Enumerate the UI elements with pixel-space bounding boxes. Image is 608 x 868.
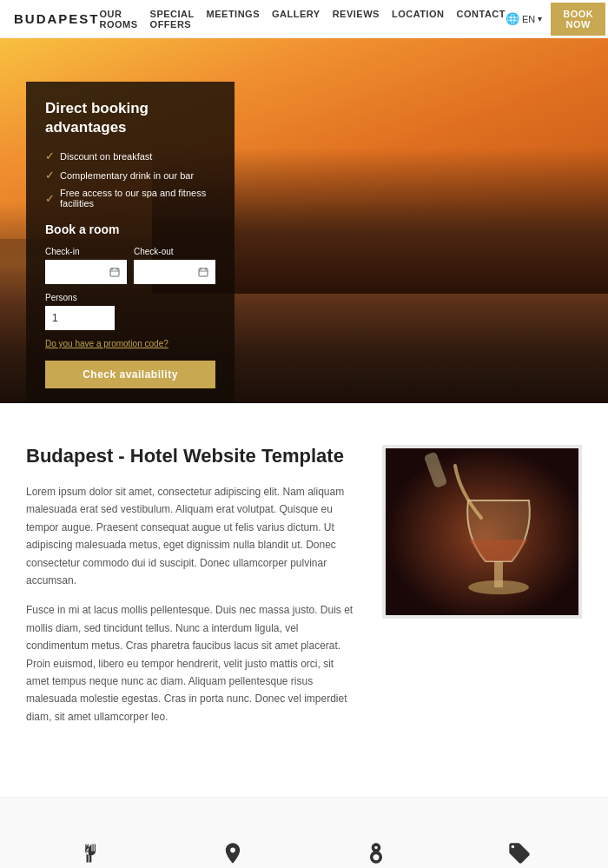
promo-code-link[interactable]: Do you have a promotion code? [45,339,215,348]
spacer [0,779,608,797]
advantage-item: ✓ Free access to our spa and fitness fac… [45,188,215,209]
advantages-list: ✓ Discount on breakfast ✓ Complementary … [45,149,215,209]
nav-reviews[interactable]: REVIEWS [333,9,380,30]
wine-image [386,448,582,619]
info-title: Budapest - Hotel Website Template [26,445,356,467]
nav-special-offers[interactable]: SPECIAL OFFERS [150,9,195,30]
check-availability-button[interactable]: Check availability [45,361,215,388]
info-section: Budapest - Hotel Website Template Lorem … [0,403,608,779]
checkin-input[interactable] [45,260,127,284]
persons-label: Persons [45,293,215,302]
advantage-item: ✓ Complementary drink in our bar [45,169,215,182]
book-now-button[interactable]: BOOK NOW [551,3,605,36]
lang-label: EN [522,14,535,24]
site-logo: BUDAPEST [14,11,100,26]
check-icon: ✓ [45,169,55,182]
feature-wellness: Wellness and fitness facilities [315,841,437,868]
booking-panel: Direct booking advantages ✓ Discount on … [26,82,235,403]
globe-icon [506,12,519,25]
feature-lowest-price: Lowest price guarantee [459,841,580,868]
nav-meetings[interactable]: MEETINGS [207,9,260,30]
check-icon: ✓ [45,149,55,162]
hero-section: Direct booking advantages ✓ Discount on … [0,38,608,403]
location-pin-icon [221,841,245,868]
features-section: Fine dining Close to the city centre Wel… [0,797,608,868]
nav-contact[interactable]: CONTACT [457,9,506,30]
navbar: BUDAPEST OUR ROOMS SPECIAL OFFERS MEETIN… [0,0,608,38]
info-image [382,445,582,619]
nav-location[interactable]: LOCATION [392,9,445,30]
navbar-right: EN BOOK NOW [506,3,605,36]
svg-rect-10 [494,561,503,587]
info-para-2: Fusce in mi at lacus mollis pellentesque… [26,601,356,726]
svg-rect-12 [85,845,86,851]
nav-our-rooms[interactable]: OUR ROOMS [100,9,138,30]
nav-gallery[interactable]: GALLERY [272,9,321,30]
checkout-field: Check-out [134,247,215,284]
language-selector[interactable]: EN [506,12,542,25]
calendar-icon [198,267,208,277]
info-para-1: Lorem ipsum dolor sit amet, consectetur … [26,483,356,589]
book-room-title: Book a room [45,222,215,236]
checkout-input[interactable] [134,260,215,284]
checkout-label: Check-out [134,247,215,256]
feature-fine-dining: Fine dining [29,841,150,868]
feature-city-centre: Close to the city centre [172,841,294,868]
persons-input[interactable] [45,306,115,330]
calendar-icon [109,267,120,277]
utensils-icon [77,841,102,868]
advantages-title: Direct booking advantages [45,99,215,137]
checkin-label: Check-in [45,247,127,256]
info-text: Budapest - Hotel Website Template Lorem … [26,445,356,738]
date-row: Check-in Check-out [45,247,215,284]
wellness-icon [364,841,388,868]
advantage-item: ✓ Discount on breakfast [45,149,215,162]
checkin-field: Check-in [45,247,127,284]
check-icon: ✓ [45,192,55,205]
price-tag-icon [507,841,532,868]
nav-links: OUR ROOMS SPECIAL OFFERS MEETINGS GALLER… [100,9,506,30]
persons-field: Persons [45,293,215,330]
